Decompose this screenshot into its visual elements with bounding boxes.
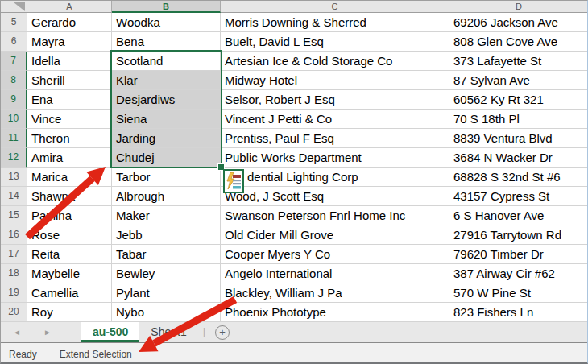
worksheet-grid: A B C D 5GerardoWoodkaMorris Downing & S… — [1, 1, 588, 322]
status-bar: Ready Extend Selection — [1, 343, 588, 364]
cell-B6[interactable]: Bena — [112, 32, 221, 52]
row-header-8[interactable]: 8 — [1, 71, 27, 90]
row-header-20[interactable]: 20 — [1, 303, 27, 322]
row-header-10[interactable]: 10 — [1, 110, 27, 129]
cell-C20[interactable]: Phoenix Phototype — [221, 303, 449, 322]
cell-C19[interactable]: Blackley, William J Pa — [221, 283, 449, 303]
cell-B15[interactable]: Maker — [112, 206, 221, 225]
cell-B8[interactable]: Klar — [112, 71, 221, 90]
row-header-18[interactable]: 18 — [1, 264, 27, 283]
row-header-9[interactable]: 9 — [1, 90, 27, 110]
new-sheet-button[interactable]: + — [215, 325, 230, 340]
cell-B12[interactable]: Chudej — [112, 148, 221, 168]
cell-D11[interactable]: 8839 Ventura Blvd — [449, 129, 588, 148]
cell-D16[interactable]: 27916 Tarrytown Rd — [449, 225, 588, 245]
cell-A19[interactable]: Camellia — [27, 283, 112, 303]
table-row: 16RoseJebbOld Cider Mill Grove27916 Tarr… — [1, 225, 588, 245]
cell-C14[interactable]: Wood, J Scott Esq — [221, 187, 449, 206]
cell-A20[interactable]: Roy — [27, 303, 112, 322]
cell-D8[interactable]: 87 Sylvan Ave — [449, 71, 588, 90]
cell-D9[interactable]: 60562 Ky Rt 321 — [449, 90, 588, 110]
cell-B16[interactable]: Jebb — [112, 225, 221, 245]
prev-sheet-icon[interactable]: ◄ — [13, 328, 21, 337]
tab-au-500[interactable]: au-500 — [81, 322, 139, 342]
cell-B9[interactable]: Desjardiws — [112, 90, 221, 110]
row-header-19[interactable]: 19 — [1, 283, 27, 303]
cell-C8[interactable]: Midway Hotel — [221, 71, 449, 90]
cell-D12[interactable]: 3684 N Wacker Dr — [449, 148, 588, 168]
cell-C6[interactable]: Buelt, David L Esq — [221, 32, 449, 52]
cell-A6[interactable]: Mayra — [27, 32, 112, 52]
cell-D18[interactable]: 387 Airway Cir #62 — [449, 264, 588, 283]
cell-B20[interactable]: Nybo — [112, 303, 221, 322]
cell-B11[interactable]: Jarding — [112, 129, 221, 148]
cell-B10[interactable]: Siena — [112, 110, 221, 129]
cell-A13[interactable]: Marica — [27, 168, 112, 187]
cell-B19[interactable]: Pylant — [112, 283, 221, 303]
row-header-17[interactable]: 17 — [1, 245, 27, 264]
cell-C9[interactable]: Selsor, Robert J Esq — [221, 90, 449, 110]
row-header-11[interactable]: 11 — [1, 129, 27, 148]
table-row: 13MaricaTarbordential Lighting Corp68828… — [1, 168, 588, 187]
select-all-button[interactable] — [1, 1, 27, 13]
cell-A7[interactable]: Idella — [27, 52, 112, 71]
cell-B13[interactable]: Tarbor — [112, 168, 221, 187]
cell-D14[interactable]: 43157 Cypress St — [449, 187, 588, 206]
cell-D19[interactable]: 570 W Pine St — [449, 283, 588, 303]
cell-A5[interactable]: Gerardo — [27, 13, 112, 32]
table-row: 5GerardoWoodkaMorris Downing & Sherred69… — [1, 13, 588, 32]
row-header-7[interactable]: 7 — [1, 52, 27, 71]
column-header-d[interactable]: D — [449, 1, 588, 13]
cell-D6[interactable]: 808 Glen Cove Ave — [449, 32, 588, 52]
row-header-6[interactable]: 6 — [1, 32, 27, 52]
cell-B17[interactable]: Tabar — [112, 245, 221, 264]
cell-A8[interactable]: Sherill — [27, 71, 112, 90]
row-header-13[interactable]: 13 — [1, 168, 27, 187]
cell-C7[interactable]: Artesian Ice & Cold Storage Co — [221, 52, 449, 71]
cell-C17[interactable]: Cooper Myers Y Co — [221, 245, 449, 264]
table-row: 7IdellaScotlandArtesian Ice & Cold Stora… — [1, 52, 588, 71]
column-header-a[interactable]: A — [27, 1, 112, 13]
cell-D15[interactable]: 6 S Hanover Ave — [449, 206, 588, 225]
cell-A11[interactable]: Theron — [27, 129, 112, 148]
cell-D17[interactable]: 79620 Timber Dr — [449, 245, 588, 264]
row-header-5[interactable]: 5 — [1, 13, 27, 32]
cell-A16[interactable]: Rose — [27, 225, 112, 245]
column-header-b[interactable]: B — [112, 1, 221, 13]
cell-C11[interactable]: Prentiss, Paul F Esq — [221, 129, 449, 148]
cell-B14[interactable]: Albrough — [112, 187, 221, 206]
cell-C16[interactable]: Old Cider Mill Grove — [221, 225, 449, 245]
cell-D20[interactable]: 823 Fishers Ln — [449, 303, 588, 322]
cell-A18[interactable]: Maybelle — [27, 264, 112, 283]
row-header-12[interactable]: 12 — [1, 148, 27, 168]
cell-D13[interactable]: 68828 S 32nd St #6 — [449, 168, 588, 187]
cell-A10[interactable]: Vince — [27, 110, 112, 129]
cell-A17[interactable]: Reita — [27, 245, 112, 264]
cell-A14[interactable]: Shawna — [27, 187, 112, 206]
row-header-14[interactable]: 14 — [1, 187, 27, 206]
status-mode: Ready — [9, 349, 37, 360]
cell-C15[interactable]: Swanson Peterson Fnrl Home Inc — [221, 206, 449, 225]
flash-fill-options-icon[interactable] — [223, 169, 244, 193]
cell-B18[interactable]: Bewley — [112, 264, 221, 283]
column-header-c[interactable]: C — [221, 1, 449, 13]
row-header-15[interactable]: 15 — [1, 206, 27, 225]
cell-C12[interactable]: Public Works Department — [221, 148, 449, 168]
cell-D7[interactable]: 373 Lafayette St — [449, 52, 588, 71]
cell-B5[interactable]: Woodka — [112, 13, 221, 32]
cell-C13[interactable]: dential Lighting Corp — [221, 168, 449, 187]
cell-C18[interactable]: Angelo International — [221, 264, 449, 283]
cell-C5[interactable]: Morris Downing & Sherred — [221, 13, 449, 32]
next-sheet-icon[interactable]: ► — [43, 328, 52, 337]
cell-A12[interactable]: Amira — [27, 148, 112, 168]
cell-A15[interactable]: Paulina — [27, 206, 112, 225]
cell-D5[interactable]: 69206 Jackson Ave — [449, 13, 588, 32]
cell-D10[interactable]: 70 S 18th Pl — [449, 110, 588, 129]
cell-B7[interactable]: Scotland — [112, 52, 221, 71]
grid-rows: 5GerardoWoodkaMorris Downing & Sherred69… — [1, 13, 588, 322]
cell-C10[interactable]: Vincent J Petti & Co — [221, 110, 449, 129]
flash-fill-glyph — [226, 172, 242, 191]
row-header-16[interactable]: 16 — [1, 225, 27, 245]
tab-sheet1[interactable]: Sheet1 — [139, 322, 197, 342]
cell-A9[interactable]: Ena — [27, 90, 112, 110]
